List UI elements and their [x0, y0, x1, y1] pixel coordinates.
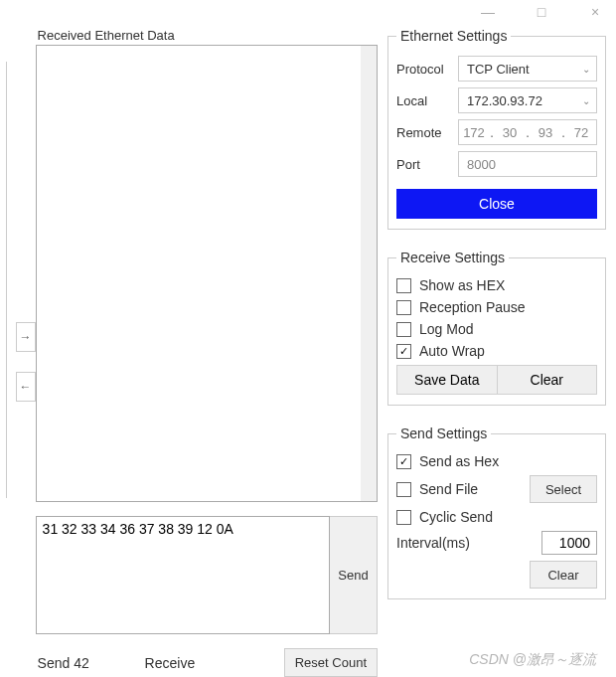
interval-label: Interval(ms)	[396, 535, 541, 551]
receive-counter: Receive	[145, 655, 284, 671]
remote-label: Remote	[396, 125, 458, 140]
select-file-button[interactable]: Select	[530, 475, 597, 503]
send-button[interactable]: Send	[330, 516, 378, 634]
ethernet-settings-group: Ethernet Settings Protocol TCP Client ⌄ …	[387, 28, 606, 230]
protocol-select[interactable]: TCP Client ⌄	[458, 56, 597, 82]
close-connection-button[interactable]: Close	[396, 189, 597, 219]
auto-wrap-label: Auto Wrap	[419, 343, 485, 359]
ethernet-settings-legend: Ethernet Settings	[396, 28, 511, 44]
arrow-left-button[interactable]: ←	[16, 372, 36, 402]
send-settings-legend: Send Settings	[396, 425, 491, 441]
port-input[interactable]: 8000	[458, 151, 597, 177]
port-label: Port	[396, 157, 458, 172]
send-counter: Send 42	[36, 655, 145, 671]
protocol-value: TCP Client	[467, 62, 530, 77]
cyclic-send-checkbox[interactable]	[396, 510, 411, 525]
show-hex-checkbox[interactable]	[396, 278, 411, 293]
close-window-icon[interactable]: ×	[580, 2, 610, 22]
send-settings-group: Send Settings ✓ Send as Hex Send File Se…	[387, 425, 606, 599]
auto-wrap-checkbox[interactable]: ✓	[396, 344, 411, 359]
chevron-down-icon: ⌄	[582, 95, 590, 106]
arrow-right-button[interactable]: →	[16, 322, 36, 352]
reception-pause-label: Reception Pause	[419, 299, 526, 315]
log-mod-label: Log Mod	[419, 321, 473, 337]
chevron-down-icon: ⌄	[582, 64, 590, 75]
ip-octet-2[interactable]: 30	[495, 125, 525, 140]
receive-settings-group: Receive Settings Show as HEX Reception P…	[387, 250, 606, 406]
clear-receive-button[interactable]: Clear	[497, 365, 598, 395]
received-data-label: Received Ethernet Data	[38, 28, 378, 43]
scrollbar[interactable]	[361, 46, 377, 501]
ip-octet-4[interactable]: 72	[566, 125, 596, 140]
save-data-button[interactable]: Save Data	[396, 365, 497, 395]
send-file-checkbox[interactable]	[396, 482, 411, 497]
interval-input[interactable]	[541, 531, 597, 555]
remote-ip-input[interactable]: 172. 30. 93. 72	[458, 119, 597, 145]
send-hex-label: Send as Hex	[419, 453, 499, 469]
receive-settings-legend: Receive Settings	[396, 250, 509, 265]
cyclic-send-label: Cyclic Send	[419, 509, 493, 525]
local-label: Local	[396, 93, 458, 108]
send-hex-checkbox[interactable]: ✓	[396, 454, 411, 469]
protocol-label: Protocol	[396, 62, 458, 77]
port-value: 8000	[467, 157, 496, 172]
ip-octet-3[interactable]: 93	[531, 125, 560, 140]
received-data-area[interactable]	[36, 45, 378, 502]
send-textarea[interactable]: 31 32 33 34 36 37 38 39 12 0A	[36, 516, 330, 634]
reception-pause-checkbox[interactable]	[396, 300, 411, 315]
local-select[interactable]: 172.30.93.72 ⌄	[458, 87, 597, 113]
local-value: 172.30.93.72	[467, 93, 542, 108]
send-file-label: Send File	[419, 481, 478, 497]
ip-octet-1[interactable]: 172	[459, 125, 489, 140]
show-hex-label: Show as HEX	[419, 277, 505, 293]
maximize-icon[interactable]: □	[527, 2, 556, 22]
log-mod-checkbox[interactable]	[396, 322, 411, 337]
minimize-icon[interactable]: —	[473, 2, 503, 22]
clear-send-button[interactable]: Clear	[530, 561, 597, 589]
reset-count-button[interactable]: Reset Count	[284, 648, 378, 677]
